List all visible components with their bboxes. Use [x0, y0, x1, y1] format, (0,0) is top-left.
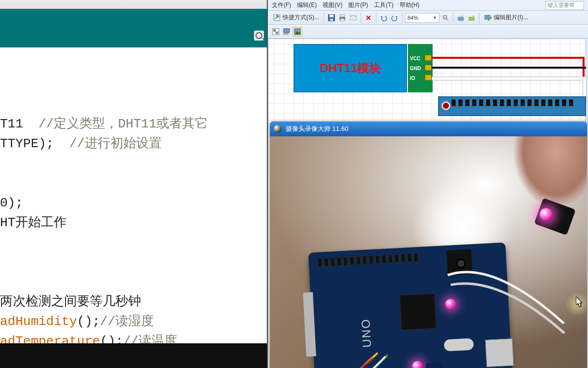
autocorrect-button[interactable]	[456, 13, 466, 23]
svg-line-9	[446, 19, 448, 21]
wire-vcc	[432, 57, 585, 59]
menu-picture[interactable]: 图片(P)	[348, 1, 368, 9]
wire-gnd	[432, 67, 586, 69]
mail-icon	[350, 14, 357, 21]
menu-file[interactable]: 文件(F)	[272, 1, 291, 9]
toolbar-view	[268, 25, 588, 39]
svg-marker-21	[576, 297, 582, 307]
reset-button-schematic	[441, 101, 450, 110]
edit-picture-label: 编辑图片(I)...	[494, 13, 528, 22]
redo-icon	[391, 14, 398, 21]
ide-status-footer	[0, 343, 267, 368]
mcu-chip	[400, 293, 437, 330]
autocorrect2-icon	[468, 14, 475, 21]
code-line: 两次检测之间要等几秒钟	[0, 294, 141, 309]
svg-rect-11	[458, 17, 464, 21]
magnifier-icon	[256, 32, 262, 39]
printer-icon	[339, 14, 346, 21]
thumbnails-icon	[272, 28, 279, 35]
separator	[402, 13, 403, 23]
separator	[376, 13, 376, 23]
webcam-icon	[274, 125, 282, 133]
chevron-down-icon: ▼	[433, 15, 437, 20]
code-line: HT开始工作	[0, 215, 67, 230]
svg-point-14	[472, 15, 474, 17]
pin-label-vcc: VCC	[410, 56, 420, 61]
pin-pad-io	[425, 75, 432, 81]
menu-view[interactable]: 视图(V)	[323, 1, 342, 9]
jumper-wires	[328, 345, 430, 368]
svg-rect-5	[340, 15, 344, 17]
jumper-wires-right	[442, 254, 571, 368]
pin-pad-vcc	[425, 55, 432, 61]
view-thumbnails-button[interactable]	[271, 27, 281, 37]
undo-button[interactable]	[379, 13, 389, 23]
view-filmstrip-button[interactable]	[282, 27, 292, 37]
pin-label-gnd: GND	[410, 66, 421, 71]
zoom-out-button[interactable]	[441, 13, 450, 23]
save-button[interactable]	[327, 13, 336, 23]
menu-tools[interactable]: 工具(T)	[374, 1, 393, 9]
svg-point-12	[461, 15, 463, 17]
zoom-out-icon	[442, 14, 449, 21]
arduino-uno-board: UNO	[308, 243, 513, 368]
code-line: TTYPE); //进行初始设置	[0, 136, 162, 151]
mail-button[interactable]	[348, 13, 358, 23]
redo-button[interactable]	[390, 13, 400, 23]
digital-header	[318, 253, 419, 267]
help-search-input[interactable]: 键入需要帮	[546, 1, 584, 10]
code-line: 0);	[0, 196, 23, 210]
edit-picture-icon	[484, 14, 492, 22]
floppy-icon	[328, 14, 335, 21]
undo-icon	[380, 14, 387, 21]
separator	[361, 13, 361, 23]
svg-rect-6	[340, 19, 344, 21]
picture-manager-window: 文件(F) 编辑(E) 视图(V) 图片(P) 工具(T) 帮助(H) 键入需要…	[268, 0, 588, 368]
filmstrip-icon	[283, 28, 290, 35]
shortcut-button[interactable]: 快捷方式(S)...	[271, 13, 321, 23]
pin-pad-gnd	[425, 65, 432, 71]
code-editor[interactable]: T11 //定义类型，DHT11或者其它 TTYPE); //进行初始设置 0)…	[0, 47, 267, 343]
svg-rect-13	[469, 17, 475, 21]
zoom-value: 84%	[407, 15, 418, 21]
board-label: UNO	[359, 318, 374, 348]
code-line: adHumidity();//读湿度	[0, 314, 154, 329]
menu-edit[interactable]: 编辑(E)	[297, 1, 317, 9]
autocorrect2-button[interactable]	[467, 13, 477, 23]
pin-label-io: IO	[410, 76, 415, 81]
svg-rect-17	[284, 33, 286, 35]
toolbar-main: 快捷方式(S)... ✕ 84% ▼ 编辑图片(I)...	[268, 11, 588, 25]
menubar[interactable]: 文件(F) 编辑(E) 视图(V) 图片(P) 工具(T) 帮助(H) 键入需要…	[268, 0, 588, 11]
mouse-cursor-icon	[576, 297, 584, 308]
code-line: adTemperature();//读温度	[0, 334, 177, 343]
dht11-module-block: DHT11模块	[294, 44, 407, 92]
header-pins-schematic	[451, 99, 573, 108]
arduino-ide-window: T11 //定义类型，DHT11或者其它 TTYPE); //进行初始设置 0)…	[0, 0, 268, 368]
picture-canvas[interactable]: DHT11模块 VCC GND IO 摄像头录像大师 11.60	[268, 39, 586, 355]
menu-help[interactable]: 帮助(H)	[400, 1, 420, 9]
zoom-combobox[interactable]: 84% ▼	[405, 13, 440, 23]
edit-picture-button[interactable]: 编辑图片(I)...	[482, 13, 530, 23]
serial-monitor-button[interactable]	[254, 31, 264, 41]
wire-io	[432, 77, 586, 81]
svg-rect-2	[330, 15, 333, 17]
webcam-recorder-window[interactable]: 摄像头录像大师 11.60	[270, 122, 587, 368]
shortcut-label: 快捷方式(S)...	[283, 13, 319, 22]
view-single-button[interactable]	[293, 27, 302, 37]
delete-button[interactable]: ✕	[364, 13, 373, 23]
webcam-titlebar[interactable]: 摄像头录像大师 11.60	[270, 122, 587, 136]
ide-toolbar	[0, 9, 267, 47]
print-button[interactable]	[337, 13, 347, 23]
ide-titlebar[interactable]	[0, 0, 267, 9]
separator	[479, 13, 479, 23]
single-icon	[294, 28, 301, 35]
separator	[453, 13, 453, 23]
separator	[324, 13, 324, 23]
code-line: T11 //定义类型，DHT11或者其它	[0, 117, 208, 131]
shortcut-icon	[273, 14, 281, 22]
reset-tact-switch	[426, 363, 443, 368]
autocorrect-icon	[457, 14, 464, 21]
svg-rect-18	[286, 33, 288, 35]
ir-remote-led-icon	[540, 208, 552, 221]
svg-rect-3	[330, 19, 333, 21]
